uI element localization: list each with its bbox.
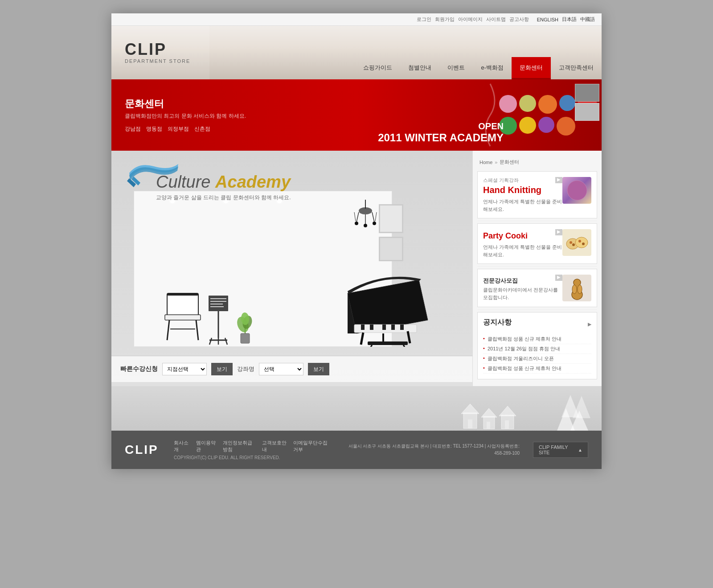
svg-line-41 — [371, 345, 372, 347]
lang-chinese[interactable]: 中國語 — [580, 16, 595, 23]
svg-line-42 — [403, 345, 405, 347]
svg-line-23 — [209, 338, 212, 345]
chair-icon — [160, 289, 205, 342]
form-area: 빠른수강신청 지점선택 보기 강좌명 선택 보기 — [111, 356, 472, 382]
logo-area: CLIP DEPARTMENT STORE — [111, 26, 209, 79]
svg-marker-63 — [461, 404, 479, 414]
location-select[interactable]: 지점선택 — [162, 363, 207, 375]
trees-decoration-icon — [459, 386, 593, 431]
breadcrumb-separator: » — [495, 160, 497, 165]
cookie-more-link[interactable]: ▶ — [555, 229, 562, 235]
branch-gangnam[interactable]: 강남점 — [125, 125, 141, 133]
util-image[interactable]: 아이메이지 — [458, 16, 483, 23]
svg-line-8 — [354, 212, 356, 221]
culture-academy-area: Culture Academy 교양과 즐거운 삶을 드리는 클립 문화센터와 … — [111, 151, 472, 386]
music-stand — [205, 289, 232, 347]
nav-item-culture[interactable]: 문화센터 — [512, 57, 551, 79]
util-login[interactable]: 로그인 — [417, 16, 431, 23]
chair — [160, 289, 205, 342]
course-select[interactable]: 선택 — [259, 363, 303, 375]
sidebar-section-knitting: ▶ 스페셜 기획강좌 Hand Knitting 언제나 가족에게 특별한 선물… — [477, 171, 597, 218]
nav-item-customer[interactable]: 고객만족센터 — [551, 57, 602, 79]
academy-subtitle: 교양과 즐거운 삶을 드리는 클립 문화센터와 함께 하세요. — [156, 194, 291, 201]
svg-line-24 — [225, 338, 227, 345]
notice-more-link[interactable]: ▶ — [588, 321, 591, 327]
violin-image — [562, 275, 591, 301]
footer-family-site[interactable]: CLIP FAMILY SITE ▲ — [533, 442, 588, 458]
decoration-area — [111, 386, 602, 431]
notice-list: 클립백화점 성품 신규 제휴처 안내 2011년 12월 26일 점점 휴점 안… — [483, 334, 591, 374]
violin-icon — [566, 276, 588, 300]
cookie-icon — [565, 231, 589, 254]
instructor-more-link[interactable]: ▶ — [555, 275, 562, 281]
culture-banner-branches: 강남점 명동점 의정부점 신촌점 — [125, 125, 246, 133]
svg-point-56 — [572, 285, 577, 294]
piano — [339, 267, 437, 347]
svg-marker-61 — [573, 396, 590, 418]
academy-label: 2011 WINTER ACADEMY — [378, 132, 504, 144]
main-nav: 쇼핑가이드 첨별안내 이벤트 e-백화점 문화센터 고객만족센터 — [209, 26, 602, 79]
open-label: OPEN — [378, 121, 504, 132]
breadcrumb-home[interactable]: Home — [479, 160, 492, 165]
room-illustration — [111, 177, 472, 356]
svg-rect-34 — [382, 325, 386, 330]
util-sitemap[interactable]: 사이트맵 — [486, 16, 506, 23]
footer-family-site-label: CLIP FAMILY SITE — [539, 444, 574, 455]
form-label: 빠른수강신청 — [120, 365, 158, 373]
instructor-label: 강좌명 — [237, 365, 254, 373]
svg-point-48 — [570, 241, 572, 244]
lang-japanese[interactable]: 日本語 — [562, 16, 577, 23]
branch-sinchon[interactable]: 신촌점 — [194, 125, 210, 133]
svg-rect-11 — [167, 293, 198, 296]
yarn-ball-icon — [566, 179, 588, 201]
cookie-image — [562, 229, 591, 256]
notice-item-1[interactable]: 클립백화점 성품 신규 제휴처 안내 — [483, 334, 591, 344]
svg-rect-40 — [368, 341, 408, 345]
notice-item-2[interactable]: 2011년 12월 26일 점점 휴점 안내 — [483, 344, 591, 354]
footer: CLIP 회사소개 멤이용약관 개인정보취급방침 고객보호안내 이메일무단수집거… — [111, 431, 602, 469]
svg-marker-69 — [499, 406, 516, 416]
nav-item-ebazaar[interactable]: e-백화점 — [473, 57, 512, 79]
logo-dept: DEPARTMENT STORE — [125, 58, 209, 64]
footer-links-row: 회사소개 멤이용약관 개인정보취급방침 고객보호안내 이메일무단수집거부 — [174, 440, 332, 453]
svg-point-51 — [578, 240, 581, 243]
nav-item-shopping[interactable]: 쇼핑가이드 — [355, 57, 400, 79]
svg-rect-32 — [361, 325, 365, 330]
view-button-1[interactable]: 보기 — [211, 363, 233, 375]
branch-uijeongbu[interactable]: 의정부점 — [168, 125, 189, 133]
svg-point-7 — [373, 222, 376, 225]
footer-link-customer[interactable]: 고객보호안내 — [262, 440, 287, 453]
nav-item-event[interactable]: 이벤트 — [439, 57, 473, 79]
svg-rect-67 — [487, 422, 490, 429]
lang-english[interactable]: ENGLISH — [537, 17, 558, 22]
footer-link-privacy[interactable]: 개인정보취급방침 — [223, 440, 257, 453]
academy-word: Academy — [215, 173, 291, 191]
notice-item-4[interactable]: 클립백화점 성품 신규 제휴처 안내 — [483, 364, 591, 374]
svg-point-5 — [355, 222, 358, 225]
svg-rect-16 — [209, 296, 228, 311]
notice-title: 공지사항 — [483, 318, 512, 327]
divider-3 — [477, 309, 597, 310]
util-notice[interactable]: 공고사항 — [509, 16, 529, 23]
notice-item-3[interactable]: 클립백화점 겨울리즈이니 오픈 — [483, 354, 591, 364]
nav-item-branch[interactable]: 첨별안내 — [400, 57, 439, 79]
footer-copyright: COPYRIGHT(C) CLIP EDU. ALL RIGHT RESERVE… — [174, 455, 332, 460]
header: CLIP DEPARTMENT STORE 쇼핑가이드 첨별안내 이벤트 e-백… — [111, 26, 602, 79]
svg-line-9 — [375, 212, 377, 221]
footer-link-about[interactable]: 회사소개 — [174, 440, 191, 453]
util-signup[interactable]: 회원가입 — [435, 16, 455, 23]
branch-myungdong[interactable]: 명동점 — [146, 125, 162, 133]
chandelier — [352, 200, 379, 235]
footer-link-terms[interactable]: 멤이용약관 — [196, 440, 217, 453]
sidebar-section-instructor: ▶ 전문강사모집 클립문화아카데미에서 전문강사를 모집합니다. — [477, 269, 597, 307]
culture-banner-left: 문화센터 클립백화점만의 최고의 문화 서비스와 함께 하세요. 강남점 명동점… — [111, 90, 259, 140]
footer-link-email[interactable]: 이메일무단수집거부 — [293, 440, 332, 453]
svg-line-14 — [196, 320, 198, 340]
view-button-2[interactable]: 보기 — [308, 363, 329, 375]
utility-bar: 로그인 회원가입 아이메이지 사이트맵 공고사항 ENGLISH 日本語 中國語 — [111, 13, 602, 26]
plant-icon — [236, 309, 254, 345]
svg-rect-10 — [167, 293, 198, 316]
chandelier-icon — [352, 200, 379, 235]
knitting-more-link[interactable]: ▶ — [555, 177, 562, 183]
svg-line-4 — [372, 212, 374, 222]
